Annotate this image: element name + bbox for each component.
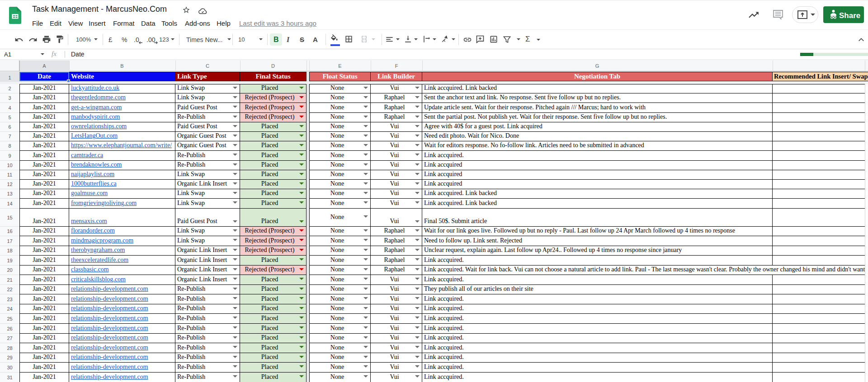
svg-text:Share: Share xyxy=(839,11,860,20)
